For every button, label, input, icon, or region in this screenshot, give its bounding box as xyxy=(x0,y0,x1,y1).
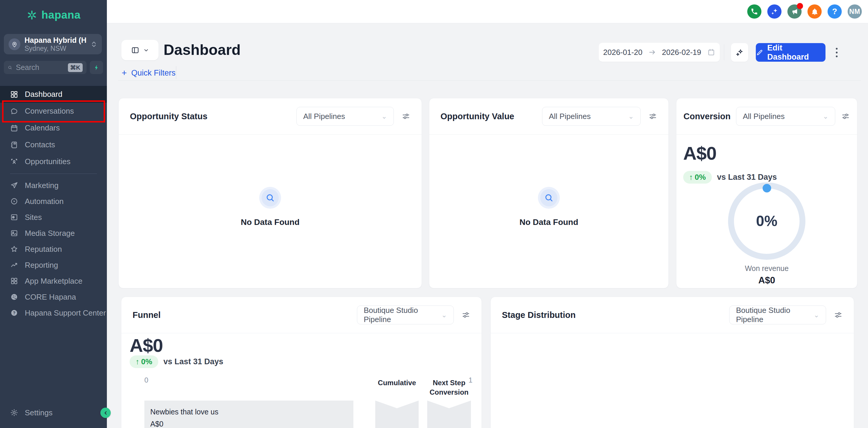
avatar-initials: NM xyxy=(849,8,860,16)
sidebar-item-label: Opportunities xyxy=(25,157,70,166)
widget-settings-icon[interactable] xyxy=(648,112,657,121)
header-divider xyxy=(724,44,724,60)
date-from: 2026-01-20 xyxy=(603,48,643,57)
quick-filters-divider xyxy=(176,66,176,79)
topbar: ? NM xyxy=(107,0,868,23)
search-box[interactable]: ⌘K xyxy=(4,61,87,74)
notification-dot xyxy=(797,3,803,9)
chevron-down-icon: ⌄ xyxy=(441,311,447,319)
sidebar-item-sites[interactable]: Sites xyxy=(0,209,107,225)
pipeline-select-value: All Pipelines xyxy=(303,112,345,121)
phone-button[interactable] xyxy=(747,4,762,19)
funnel-column-header: Cumulative xyxy=(375,378,418,388)
widget-settings-icon[interactable] xyxy=(834,310,843,319)
more-options-button[interactable] xyxy=(834,44,840,61)
conversion-donut-chart: 0% xyxy=(728,182,805,260)
funnel-stage-name: Newbies that love us xyxy=(150,408,353,416)
user-avatar[interactable]: NM xyxy=(848,4,862,19)
sparkles-icon xyxy=(770,7,779,16)
card-title: Opportunity Status xyxy=(130,112,289,121)
gear-icon xyxy=(10,408,18,417)
sidebar-item-label: Reputation xyxy=(25,245,62,254)
edit-dashboard-label: Edit Dashboard xyxy=(767,43,826,62)
sidebar-item-support-center[interactable]: ? Hapana Support Center xyxy=(0,305,107,321)
pipeline-select[interactable]: Boutique Studio Pipeline ⌄ xyxy=(357,306,454,325)
search-icon xyxy=(8,64,12,71)
sidebar-item-settings[interactable]: Settings xyxy=(0,405,107,421)
sidebar-item-calendars[interactable]: Calendars xyxy=(0,120,107,136)
announcements-button[interactable] xyxy=(787,4,802,19)
comparison-label: vs Last 31 Days xyxy=(163,357,223,366)
delta-value: 0% xyxy=(141,357,152,366)
chevron-up-down-icon xyxy=(91,40,97,48)
chevron-down-icon: ⌄ xyxy=(381,113,387,120)
widget-settings-icon[interactable] xyxy=(841,112,850,121)
chat-bubble-icon xyxy=(10,107,18,115)
sidebar-item-label: Dashboard xyxy=(25,90,62,99)
empty-state-text: No Data Found xyxy=(241,218,299,227)
automation-icon xyxy=(10,197,18,206)
sites-icon xyxy=(10,213,18,221)
sidebar-item-label: Calendars xyxy=(25,123,60,132)
keyboard-shortcut-badge: ⌘K xyxy=(68,63,83,72)
dashboard-view-switcher[interactable] xyxy=(121,40,159,60)
funnel-stage-bar[interactable]: Newbies that love us A$0 xyxy=(144,401,353,428)
pipeline-select[interactable]: All Pipelines ⌄ xyxy=(542,107,641,126)
content-divider xyxy=(118,80,861,81)
trend-up-icon xyxy=(10,261,18,269)
sidebar-item-automation[interactable]: Automation xyxy=(0,193,107,209)
star-icon xyxy=(10,245,18,253)
sidebar-item-contacts[interactable]: Contacts xyxy=(0,136,107,153)
pipeline-select[interactable]: All Pipelines ⌄ xyxy=(297,107,394,126)
pencil-icon xyxy=(756,49,764,56)
sidebar-item-media-storage[interactable]: Media Storage xyxy=(0,225,107,241)
sidebar-item-opportunities[interactable]: Opportunities xyxy=(0,153,107,170)
quick-filters-button[interactable]: + Quick Filters xyxy=(122,67,176,79)
won-revenue-label: Won revenue xyxy=(676,264,857,273)
pipeline-select[interactable]: All Pipelines ⌄ xyxy=(736,107,835,126)
date-range-picker[interactable]: 2026-01-20 2026-02-19 xyxy=(599,43,720,62)
grid-icon xyxy=(10,277,18,285)
sidebar-item-conversations[interactable]: Conversations xyxy=(0,103,107,120)
search-input[interactable] xyxy=(16,63,65,72)
next-step-value: 100.00% xyxy=(433,427,465,428)
sidebar-item-core-hapana[interactable]: CORE Hapana xyxy=(0,289,107,305)
arrow-right-icon xyxy=(648,49,656,56)
sidebar-item-label: App Marketplace xyxy=(25,277,82,286)
conversion-card: Conversion All Pipelines ⌄ A$0 ↑ 0% vs L… xyxy=(676,98,857,288)
chevron-left-icon xyxy=(103,410,108,416)
account-name: Hapana Hybrid (Hyb... xyxy=(25,36,87,44)
widget-settings-icon[interactable] xyxy=(461,310,470,319)
sidebar-item-dashboard[interactable]: Dashboard xyxy=(0,86,107,103)
whats-new-button[interactable] xyxy=(767,4,781,19)
sidebar-item-reporting[interactable]: Reporting xyxy=(0,257,107,273)
widget-settings-icon[interactable] xyxy=(402,112,410,121)
dashboard-icon xyxy=(10,90,18,99)
quick-actions-button[interactable] xyxy=(90,61,103,74)
conversion-rate: 0% xyxy=(756,213,777,230)
phone-icon xyxy=(750,8,758,16)
hapana-logo-icon xyxy=(26,9,37,21)
sidebar-item-app-marketplace[interactable]: App Marketplace xyxy=(0,273,107,289)
sidebar-item-label: Automation xyxy=(25,197,64,206)
conversion-amount: A$0 xyxy=(683,143,717,164)
funnel-card: Funnel Boutique Studio Pipeline ⌄ A$0 ↑ … xyxy=(121,297,482,428)
help-button[interactable]: ? xyxy=(828,4,842,19)
sidebar-item-marketing[interactable]: Marketing xyxy=(0,177,107,193)
arrow-up-icon: ↑ xyxy=(135,357,140,366)
sidebar-item-reputation[interactable]: Reputation xyxy=(0,241,107,257)
help-circle-icon: ? xyxy=(10,309,18,317)
account-switcher[interactable]: Hapana Hybrid (Hyb... Sydney, NSW xyxy=(4,34,102,54)
pipeline-select[interactable]: Boutique Studio Pipeline ⌄ xyxy=(729,306,826,325)
edit-dashboard-button[interactable]: Edit Dashboard xyxy=(756,43,826,62)
notifications-button[interactable] xyxy=(807,4,822,19)
sidebar-item-label: Marketing xyxy=(25,181,58,190)
card-title: Conversion xyxy=(683,112,732,121)
sidebar-collapse-button[interactable] xyxy=(100,408,111,418)
cumulative-value: 0.00% xyxy=(385,427,408,428)
funnel-next-step-cell: 100.00% xyxy=(427,401,471,428)
delta-pill: ↑ 0% xyxy=(683,171,712,184)
sidebar-item-label: Contacts xyxy=(25,140,55,149)
ai-assistant-button[interactable] xyxy=(731,43,748,62)
layout-icon xyxy=(131,46,140,55)
